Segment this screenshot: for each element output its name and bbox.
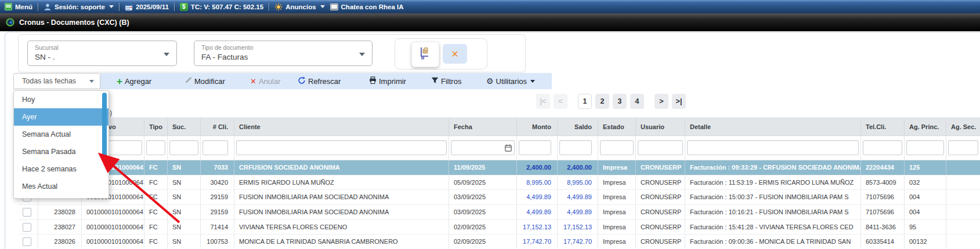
date-option-semana-pasada[interactable]: Semana Pasada [14,143,107,160]
cell-saldo: 8,995.00 [558,175,598,190]
cell-detalle: Facturación : 09:33:29 - CRFUSION SOCIED… [685,160,861,175]
filter-cell-detalle [685,136,861,160]
column-header-cliente[interactable]: Cliente [234,118,449,136]
date-option-ayer[interactable]: Ayer [14,108,109,126]
filter-card: Sucursal SN - . Tipo de documento FA - F… [18,34,526,72]
date-option-mes-actual[interactable]: Mes Actual [14,178,107,195]
column-header-tel[interactable]: Tel.Cli. [861,118,905,136]
page-button-3[interactable]: 3 [613,94,627,109]
table-row[interactable]: 0010000101000064757FCSN29159FUSION INMOB… [18,190,980,205]
app-screen: Menú Sesión: soporte 2025/09/11 $ TC: V:… [0,0,980,249]
column-filter-input-cli[interactable] [202,140,228,155]
table-row[interactable]: 2380280010000101000064756FCSN29159FUSION… [18,205,980,220]
column-filter-input-usuario[interactable] [638,140,683,155]
dropdown-scrollbar-thumb[interactable] [102,93,107,158]
cell-saldo: 4,499.89 [558,190,598,204]
column-header-usuario[interactable]: Usuario [636,118,685,136]
tipo-documento-label: Tipo de documento [201,44,254,51]
imprimir-button[interactable]: Imprimir [369,73,406,89]
filter-cell-tel [861,136,905,160]
cell-ag_princ: 95 [905,220,946,235]
column-header-saldo[interactable]: Saldo [558,118,598,136]
user-icon [44,3,52,11]
column-header-estado[interactable]: Estado [598,118,636,136]
row-checkbox[interactable] [23,237,31,246]
table-row[interactable]: 2380260010000101000064754FCSN100753MONIC… [18,235,980,249]
modificar-button[interactable]: Modificar [185,73,225,89]
refrescar-button[interactable]: Refrescar [298,73,341,89]
sucursal-select[interactable]: Sucursal SN - . [27,41,177,66]
first-page-button[interactable]: |< [536,94,550,109]
column-filter-input-ag_princ[interactable] [906,140,944,155]
filter-cell-monto [517,136,558,160]
cart-button[interactable] [411,42,439,67]
agregar-button[interactable]: + Agregar [117,73,151,89]
column-filter-input-tipo[interactable] [146,140,165,155]
table-body: 0010000101000064759FCSN7033CRFUSION SOCI… [18,160,980,249]
session-button[interactable]: Sesión: soporte [44,3,114,11]
date-option-hoy[interactable]: Hoy [14,91,107,108]
cell-tel: 71075696 [861,190,905,204]
cell-saldo: 17,742.70 [558,235,598,249]
column-filter-input-ag_sec[interactable] [948,140,978,155]
system-date[interactable]: 2025/09/11 [125,3,169,11]
last-page-button[interactable]: >| [672,94,686,109]
refresh-icon [298,76,306,86]
anular-button[interactable]: ✕ Anular [250,73,280,89]
date-range-dropdown-button[interactable]: Todas las fechas [13,73,100,89]
cell-ag_sec [946,235,980,249]
prev-page-button[interactable]: < [554,94,567,109]
column-filter-input-fecha[interactable] [451,140,515,155]
column-header-ag_sec[interactable]: Ag. Sec. [946,118,980,136]
date-option-hace-2-semanas[interactable]: Hace 2 semanas [14,160,107,178]
date-label: 2025/09/11 [136,3,169,10]
next-page-button[interactable]: > [654,94,668,109]
column-filter-input-cliente[interactable] [236,140,447,155]
column-header-cli[interactable]: # Cli. [201,118,234,136]
filtros-button[interactable]: Filtros [431,73,461,89]
column-header-ag_princ[interactable]: Ag. Princ. [905,118,946,136]
row-checkbox[interactable] [23,208,31,217]
main-panel: Sucursal SN - . Tipo de documento FA - F… [5,32,980,249]
chat-label: Chatea con Rhea IA [341,3,404,10]
column-header-suc[interactable]: Suc. [168,118,201,136]
column-filter-input-suc[interactable] [169,140,198,155]
filter-cell-ag_sec [946,136,980,160]
page-button-2[interactable]: 2 [595,94,609,109]
date-option-semana-actual[interactable]: Semana Actual [14,126,107,143]
column-header-detalle[interactable]: Detalle [685,118,861,136]
cell-tel: 8573-4009 [861,175,905,190]
cronus-logo-icon [6,18,15,27]
funnel-icon [431,76,439,86]
cell-ag_princ: 004 [905,205,946,219]
column-header-monto[interactable]: Monto [517,118,558,136]
column-header-tipo[interactable]: Tipo [144,118,168,136]
column-filter-input-detalle[interactable] [687,140,859,155]
column-filter-input-monto[interactable] [519,140,551,155]
divider [119,3,120,11]
cell-checkbox [18,235,38,249]
page-button-1[interactable]: 1 [578,94,592,109]
cell-tel: 60335414 [861,235,905,249]
column-filter-input-tel[interactable] [863,140,902,155]
menu-button[interactable]: Menú [5,3,32,10]
column-filter-input-estado[interactable] [600,140,634,155]
row-checkbox[interactable] [23,223,31,232]
table-row[interactable]: 0010000101000064758FCSN30420ERMIS RICARD… [18,175,980,191]
table-row[interactable]: 2380270010000101000064755FCSN71414VIVIAN… [18,220,980,235]
column-header-fecha[interactable]: Fecha [449,118,517,136]
tipo-documento-select[interactable]: Tipo de documento FA - Facturas [194,41,373,66]
gears-icon: ⚙ [486,77,494,85]
cell-tipo: FC [144,220,168,235]
page-button-4[interactable]: 4 [630,94,644,109]
utilitarios-button[interactable]: ⚙ Utilitarios [486,73,535,89]
chat-button[interactable]: Chatea con Rhea IA [330,3,404,10]
clear-filter-button[interactable]: ✕ [443,44,467,64]
cell-monto: 8,995.00 [517,175,558,190]
table-row[interactable]: 0010000101000064759FCSN7033CRFUSION SOCI… [18,160,980,175]
announcements-button[interactable]: Anuncios [274,3,324,11]
cell-fecha: 05/09/2025 [449,175,517,190]
cell-saldo: 4,499.89 [558,205,598,219]
column-filter-input-saldo[interactable] [559,140,592,155]
imprimir-label: Imprimir [379,77,406,86]
